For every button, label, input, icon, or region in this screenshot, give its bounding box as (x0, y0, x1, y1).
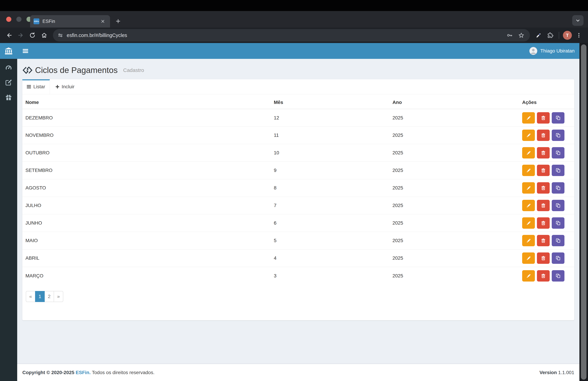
clone-button[interactable] (552, 252, 565, 264)
tab-listar[interactable]: Listar (22, 79, 50, 94)
edit-button[interactable] (522, 130, 535, 141)
main-area: Thiago Ubiratan Ciclos de Pagamentos Cad… (17, 43, 579, 381)
forward-icon[interactable] (16, 31, 25, 40)
clone-button[interactable] (552, 130, 565, 141)
cell-mes: 6 (271, 214, 389, 232)
edit-button[interactable] (522, 200, 535, 211)
cell-mes: 10 (271, 144, 389, 162)
edit-button[interactable] (522, 252, 535, 264)
clone-button[interactable] (552, 147, 565, 158)
table-row: AGOSTO82025 (22, 179, 574, 197)
tab-search-chevron-button[interactable] (572, 15, 584, 26)
delete-button[interactable] (537, 235, 550, 246)
site-settings-icon[interactable] (57, 32, 63, 38)
trash-icon (541, 238, 546, 243)
clone-button[interactable] (552, 165, 565, 176)
pagination: «12» (26, 291, 63, 302)
sidebar-item-gift[interactable] (0, 90, 17, 105)
footer-brand-link[interactable]: ESFin. (76, 370, 91, 375)
clone-icon (555, 256, 561, 261)
cell-mes: 12 (271, 109, 389, 127)
clone-button[interactable] (552, 270, 565, 282)
edit-button[interactable] (522, 235, 535, 246)
delete-button[interactable] (537, 270, 550, 282)
table-row: OUTUBRO102025 (22, 144, 574, 162)
url-text[interactable]: esfin.com.br/#/billingCycles (67, 33, 502, 38)
pagination-page-2[interactable]: 2 (44, 291, 54, 302)
trash-icon (541, 221, 546, 225)
delete-button[interactable] (537, 165, 550, 176)
edit-button[interactable] (522, 165, 535, 176)
sidebar-item-dashboard[interactable] (0, 60, 17, 75)
delete-button[interactable] (537, 130, 550, 141)
delete-button[interactable] (537, 200, 550, 211)
edit-button[interactable] (522, 182, 535, 194)
browser-profile-avatar[interactable]: T (563, 31, 572, 40)
delete-button[interactable] (537, 182, 550, 194)
trash-icon (541, 150, 546, 156)
footer: Copyright © 2020-2025 ESFin. Todos os di… (17, 364, 579, 381)
favicon: ESFin (34, 18, 39, 24)
pencil-icon (526, 150, 531, 156)
pagination-prev[interactable]: « (26, 291, 35, 302)
clone-button[interactable] (552, 217, 565, 229)
cell-ano: 2025 (389, 162, 519, 179)
cell-mes: 3 (271, 267, 389, 285)
app-logo[interactable] (0, 43, 17, 59)
clone-button[interactable] (552, 200, 565, 211)
tab-incluir[interactable]: Incluir (50, 79, 80, 94)
sidebar (0, 43, 17, 381)
delete-button[interactable] (537, 147, 550, 158)
browser-menu-icon[interactable] (574, 31, 584, 40)
table-body: DEZEMBRO122025 NOVEMBRO112025 (22, 109, 574, 285)
clone-icon (555, 273, 561, 278)
edit-button[interactable] (522, 112, 535, 124)
cell-acoes (519, 109, 574, 127)
scrollbar-thumb[interactable] (581, 45, 587, 380)
browser-tab[interactable]: ESFin ESFin (30, 15, 110, 27)
reload-icon[interactable] (28, 31, 37, 40)
delete-button[interactable] (537, 217, 550, 229)
close-window-button[interactable] (6, 17, 11, 22)
clone-button[interactable] (552, 182, 565, 194)
trash-icon (541, 133, 546, 138)
cell-mes: 7 (271, 197, 389, 214)
minimize-window-button[interactable] (16, 17, 21, 22)
highlighter-pen-icon[interactable] (534, 31, 543, 40)
extensions-puzzle-icon[interactable] (546, 31, 555, 40)
url-bar[interactable]: esfin.com.br/#/billingCycles (53, 29, 530, 42)
pencil-icon (526, 168, 531, 173)
cell-mes: 5 (271, 232, 389, 249)
pencil-icon (526, 273, 531, 278)
sidebar-toggle-hamburger-icon[interactable] (17, 43, 34, 59)
edit-button[interactable] (522, 270, 535, 282)
column-header-acoes: Ações (519, 94, 574, 109)
pagination-page-1[interactable]: 1 (35, 291, 45, 302)
edit-button[interactable] (522, 217, 535, 229)
column-header-nome: Nome (22, 94, 271, 109)
clone-button[interactable] (552, 235, 565, 246)
clone-button[interactable] (552, 112, 565, 124)
pagination-next[interactable]: » (54, 291, 63, 302)
delete-button[interactable] (537, 112, 550, 124)
home-icon[interactable] (40, 31, 49, 40)
plus-icon (55, 85, 60, 89)
tabs-bar: Listar Incluir (22, 79, 574, 94)
content-box: Listar Incluir Nome Mês Ano (22, 79, 574, 320)
cell-mes: 8 (271, 179, 389, 197)
cell-nome: JUNHO (22, 214, 271, 232)
browser-toolbar: esfin.com.br/#/billingCycles T (0, 27, 588, 43)
sidebar-item-cadastro[interactable] (0, 75, 17, 90)
bookmark-star-icon[interactable] (517, 31, 525, 39)
screen: ESFin ESFin (0, 0, 588, 381)
browser-chrome: ESFin ESFin (0, 0, 588, 43)
tab-strip: ESFin ESFin (0, 11, 588, 27)
new-tab-button[interactable] (114, 17, 122, 25)
edit-button[interactable] (522, 147, 535, 158)
passwords-key-icon[interactable] (505, 31, 514, 39)
tab-close-icon[interactable] (99, 18, 106, 25)
delete-button[interactable] (537, 252, 550, 264)
back-icon[interactable] (4, 31, 14, 40)
content-area: Ciclos de Pagamentos Cadastro Listar Inc… (17, 59, 579, 364)
user-menu[interactable]: Thiago Ubiratan (529, 47, 579, 55)
